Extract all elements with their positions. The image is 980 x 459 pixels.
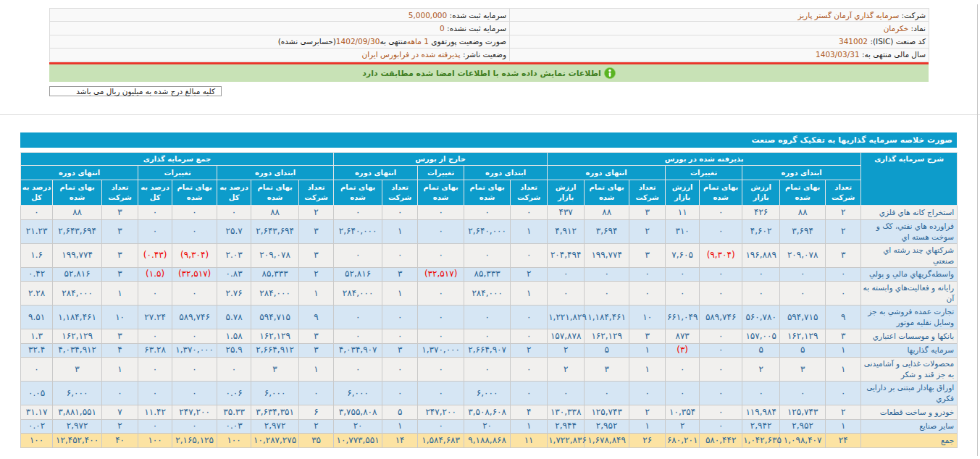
cell-value: ۰.۴۲	[21, 267, 53, 282]
cell-value: ۰	[138, 219, 172, 243]
col-count-header: تعداد شرکت	[299, 180, 334, 206]
cell-value: ۰	[511, 358, 548, 382]
fiscal-label: سال مالی منتهی به:	[862, 50, 926, 59]
info-row: کد صنعت (ISIC): 341002 صورت وضعیت پورتفو…	[50, 35, 929, 48]
cell-value: ۰	[700, 343, 742, 358]
cell-value: ۸۷۳	[666, 329, 700, 344]
cell-value: ۹	[826, 306, 861, 329]
cell-value: ۰	[666, 267, 700, 282]
cell-value: ۳,۶۳۴,۳۵۱	[251, 405, 299, 420]
header-group-row: شرح سرمایه گذاری پذیرفته شده در بورس خار…	[21, 153, 958, 166]
registered-capital-value: 5,000,000	[409, 11, 447, 20]
col-cost-header: بهای تمام شده	[700, 180, 742, 206]
cell-value: ۱۰	[102, 306, 138, 329]
cell-value: ۱۹۹,۷۷۴	[53, 243, 102, 267]
cell-value: ۰	[742, 267, 780, 282]
cell-value: ۰	[382, 243, 418, 267]
cell-value: ۰	[464, 306, 511, 329]
cell-value: ۱,۰۹۸,۴۰۷	[780, 434, 826, 448]
period-total-changes: تغییرات	[138, 166, 217, 180]
cell-value: ۵.۷۸	[217, 306, 251, 329]
cell-value: ۱۶۲,۱۲۹	[585, 329, 629, 344]
row-label: واسطه‌گريهاي مالي و پولي	[861, 267, 958, 282]
cell-value: ۶۳.۲۸	[138, 343, 172, 358]
col-count-header: تعداد شرکت	[102, 180, 138, 206]
col-cost-header: بهای تمام شده	[464, 180, 511, 206]
cell-value: ۲۰	[334, 419, 382, 434]
info-company-cell: شرکت: سرمایه گذاري آرمان گستر پاریز	[510, 9, 929, 22]
col-desc-header: شرح سرمایه گذاری	[861, 153, 958, 206]
cell-value: ۳	[299, 219, 334, 243]
table-row: فراورده هاي نفتي، کک و سوخت هسته اي۲۳,۶۹…	[21, 219, 958, 243]
cell-value: ۰	[418, 243, 464, 267]
col-cost-header: بهای تمام شده	[172, 180, 217, 206]
table-row: سرمایه گذاریها۱۵۵۰(۳)۱۵۲۲۲,۶۶۴,۹۰۷۱,۳۷۰,…	[21, 343, 958, 358]
cell-value: ۳	[826, 243, 861, 267]
cell-value: ۳,۶۹۴	[585, 219, 629, 243]
period-total-end: انتهای دوره	[21, 166, 138, 180]
cell-value: ۳	[585, 358, 629, 382]
cell-value: ۱.۳	[21, 329, 53, 344]
cell-value: ۰	[138, 329, 172, 344]
cell-value: ۴,۶۰۲	[742, 219, 780, 243]
cell-value: ۲۰	[464, 419, 511, 434]
cell-value: ۴۲۶	[742, 206, 780, 220]
cell-value: ۳۱۰	[666, 219, 700, 243]
cell-value: ۲	[299, 419, 334, 434]
cell-value: ۱۴	[382, 434, 418, 448]
statement-mid: منتهی به	[380, 37, 406, 46]
cell-value: ۲۸۴,۰۰۰	[334, 282, 382, 306]
table-row: استخراج کانه هاي فلزي۲۸۸۴۲۶۰۱۱۳۸۸۴۳۷۰۰۰۰…	[21, 206, 958, 220]
cell-value: ۰	[418, 329, 464, 344]
cell-value: ۱	[629, 419, 666, 434]
col-pct-header: درصد به کل	[21, 180, 53, 206]
row-label: رایانه و فعالیت‌هاي وابسته به آن	[861, 282, 958, 306]
cell-value: ۲,۶۴۳,۶۹۴	[53, 219, 102, 243]
cell-value: ۰	[780, 267, 826, 282]
cell-value: ۵۲,۸۱۶	[53, 267, 102, 282]
cell-value: ۰	[21, 206, 53, 220]
col-count-header: تعداد شرکت	[629, 180, 666, 206]
table-row: تجارت عمده فروشي به جز وسایل نقلیه موتور…	[21, 306, 958, 329]
cell-value: ۰	[138, 419, 172, 434]
info-icon	[604, 67, 616, 79]
col-cost-header: بهای تمام شده	[251, 180, 299, 206]
cell-value: ۰	[700, 405, 742, 420]
cell-value: ۰	[382, 329, 418, 344]
cell-value: (۹,۳۰۴)	[700, 243, 742, 267]
table-row: شرکتهاي چند رشته اي صنعتي۳۲۰۹,۰۷۸۱۹۶,۸۸۹…	[21, 243, 958, 267]
col-market-header: ارزش بازار	[666, 180, 700, 206]
cell-value: ۲۵.۷	[217, 219, 251, 243]
cell-value: ۶,۰۰۰	[464, 382, 511, 405]
cell-value: ۲۱.۲۳	[21, 219, 53, 243]
cell-value: ۱۲۵,۷۴۳	[780, 405, 826, 420]
cell-value: ۴,۹۱۲	[548, 219, 585, 243]
signature-match-text: اطلاعات نمایش داده شده با اطلاعات امضا ش…	[362, 69, 601, 78]
cell-value: ۳	[299, 243, 334, 267]
cell-value: ۵۸۰,۴۴۲	[700, 434, 742, 448]
cell-value: ۰	[511, 206, 548, 220]
cell-value: ۰	[334, 329, 382, 344]
cell-value: ۱۰,۳۵۴	[666, 405, 700, 420]
cell-value: ۰	[464, 243, 511, 267]
cell-value: ۰.۸۳	[217, 267, 251, 282]
header-period-row: ابتدای دوره تغییرات انتهای دوره ابتدای د…	[21, 166, 958, 180]
cell-value: ۰	[418, 282, 464, 306]
table-total-row: جمع۲۴۱,۰۹۸,۴۰۷۱,۰۴۲,۶۳۵۵۸۰,۴۴۲۶۸۰,۲۰۱۲۶۱…	[21, 434, 958, 448]
cell-value: ۰	[334, 206, 382, 220]
cell-value: ۳	[251, 358, 299, 382]
cell-value: ۱	[826, 419, 861, 434]
cell-value: ۹	[299, 306, 334, 329]
cell-value: ۲۴۷,۲۰۰	[172, 405, 217, 420]
cell-value: ۲۵.۹	[217, 343, 251, 358]
cell-value: ۱,۲۲۱,۸۲۹	[548, 306, 585, 329]
publisher-value: پذیرفته شده در فرابورس ایران	[361, 50, 460, 59]
col-cost-header: بهای تمام شده	[418, 180, 464, 206]
amounts-unit-note: کلیه مبالغ درج شده به میلیون ریال می باش…	[49, 86, 222, 96]
cell-value: ۱,۱۸۴,۴۶۱	[53, 306, 102, 329]
cell-value: ۰	[172, 329, 217, 344]
cell-value: ۰	[780, 282, 826, 306]
cell-value: ۳	[102, 243, 138, 267]
cell-value: ۰	[21, 358, 53, 382]
right-page-border	[977, 4, 978, 456]
